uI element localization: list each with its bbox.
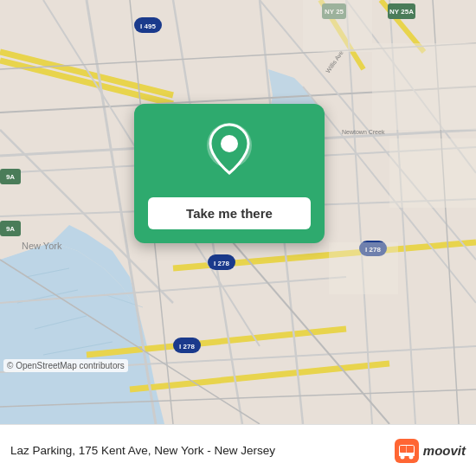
svg-text:I 495: I 495 [140,23,156,30]
moovit-brand-text: moovit [423,443,466,458]
svg-point-66 [400,454,404,459]
location-pin-wrapper [203,121,255,185]
svg-point-63 [221,135,238,152]
map-container: NY 25 NY 25A I 495 I 278 I 278 I 278 9A … [0,0,476,424]
map-attribution: © OpenStreetMap contributors [3,359,128,372]
svg-rect-68 [406,446,407,453]
take-me-there-button[interactable]: Take me there [148,197,311,229]
svg-rect-58 [303,0,372,52]
bottom-bar: Laz Parking, 175 Kent Ave, New York - Ne… [0,424,476,476]
svg-rect-61 [329,242,398,294]
svg-text:9A: 9A [6,225,15,233]
svg-rect-59 [372,43,476,130]
svg-text:I 278: I 278 [179,343,195,351]
location-pin-icon [203,121,255,182]
svg-rect-60 [389,138,476,208]
svg-point-67 [408,454,413,459]
moovit-logo: moovit [395,439,466,463]
svg-text:9A: 9A [6,173,15,181]
location-text: Laz Parking, 175 Kent Ave, New York - Ne… [10,444,386,457]
navigation-card: Take me there [134,104,325,243]
svg-text:New York: New York [22,241,62,251]
svg-text:NY 25A: NY 25A [389,8,414,16]
svg-text:I 278: I 278 [214,260,229,267]
moovit-bus-icon [395,439,419,463]
svg-text:Newtown Creek: Newtown Creek [342,129,385,135]
